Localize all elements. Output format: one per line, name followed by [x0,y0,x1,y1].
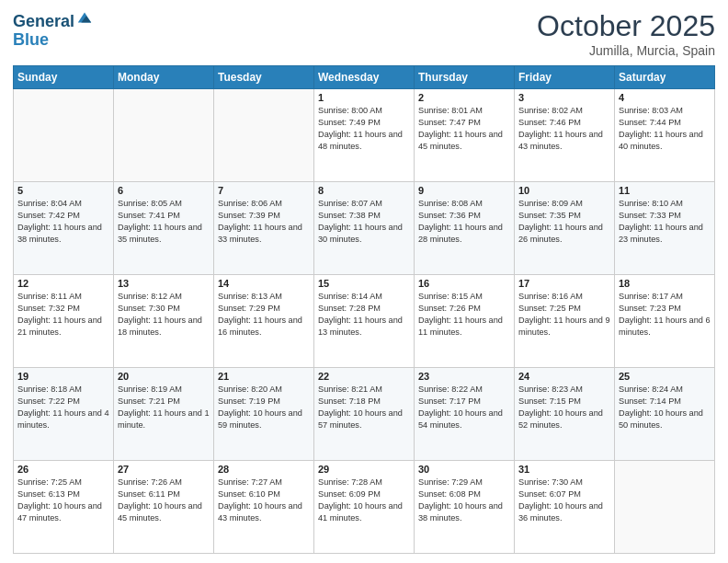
calendar-cell: 3Sunrise: 8:02 AM Sunset: 7:46 PM Daylig… [515,89,615,182]
day-number: 21 [218,371,310,382]
calendar-cell: 8Sunrise: 8:07 AM Sunset: 7:38 PM Daylig… [314,182,415,275]
calendar-cell: 2Sunrise: 8:01 AM Sunset: 7:47 PM Daylig… [415,89,515,182]
location: Jumilla, Murcia, Spain [537,43,715,58]
day-number: 29 [318,464,410,475]
week-row-0: 1Sunrise: 8:00 AM Sunset: 7:49 PM Daylig… [14,89,715,182]
cell-info: Sunrise: 8:04 AM Sunset: 7:42 PM Dayligh… [17,198,109,246]
day-number: 5 [17,185,109,196]
calendar-cell: 23Sunrise: 8:22 AM Sunset: 7:17 PM Dayli… [415,368,515,461]
cell-info: Sunrise: 8:20 AM Sunset: 7:19 PM Dayligh… [218,384,310,431]
calendar-cell: 1Sunrise: 8:00 AM Sunset: 7:49 PM Daylig… [314,89,415,182]
weekday-header-tuesday: Tuesday [214,66,314,89]
cell-info: Sunrise: 8:13 AM Sunset: 7:29 PM Dayligh… [218,291,310,339]
calendar-cell: 5Sunrise: 8:04 AM Sunset: 7:42 PM Daylig… [14,182,114,275]
calendar-cell: 24Sunrise: 8:23 AM Sunset: 7:15 PM Dayli… [515,368,615,461]
cell-info: Sunrise: 8:06 AM Sunset: 7:39 PM Dayligh… [218,198,310,246]
day-number: 19 [17,371,109,382]
week-row-4: 26Sunrise: 7:25 AM Sunset: 6:13 PM Dayli… [14,461,715,554]
calendar-cell: 17Sunrise: 8:16 AM Sunset: 7:25 PM Dayli… [515,275,615,368]
calendar-cell: 26Sunrise: 7:25 AM Sunset: 6:13 PM Dayli… [14,461,114,554]
calendar-cell [615,461,715,554]
cell-info: Sunrise: 8:03 AM Sunset: 7:44 PM Dayligh… [619,105,711,153]
calendar-cell: 9Sunrise: 8:08 AM Sunset: 7:36 PM Daylig… [415,182,515,275]
calendar-cell: 27Sunrise: 7:26 AM Sunset: 6:11 PM Dayli… [114,461,214,554]
cell-info: Sunrise: 8:00 AM Sunset: 7:49 PM Dayligh… [318,105,410,153]
cell-info: Sunrise: 8:12 AM Sunset: 7:30 PM Dayligh… [118,291,210,339]
calendar-cell: 21Sunrise: 8:20 AM Sunset: 7:19 PM Dayli… [214,368,314,461]
day-number: 10 [518,185,610,196]
cell-info: Sunrise: 8:05 AM Sunset: 7:41 PM Dayligh… [118,198,210,246]
cell-info: Sunrise: 8:22 AM Sunset: 7:17 PM Dayligh… [418,384,510,431]
day-number: 25 [619,371,711,382]
cell-info: Sunrise: 8:02 AM Sunset: 7:46 PM Dayligh… [518,105,610,153]
cell-info: Sunrise: 8:21 AM Sunset: 7:18 PM Dayligh… [318,384,410,431]
day-number: 22 [318,371,410,382]
day-number: 4 [619,92,711,103]
day-number: 3 [518,92,610,103]
calendar-cell: 12Sunrise: 8:11 AM Sunset: 7:32 PM Dayli… [14,275,114,368]
calendar-cell: 7Sunrise: 8:06 AM Sunset: 7:39 PM Daylig… [214,182,314,275]
calendar-cell: 29Sunrise: 7:28 AM Sunset: 6:09 PM Dayli… [314,461,415,554]
week-row-1: 5Sunrise: 8:04 AM Sunset: 7:42 PM Daylig… [14,182,715,275]
calendar-cell [214,89,314,182]
day-number: 28 [218,464,310,475]
calendar-cell: 30Sunrise: 7:29 AM Sunset: 6:08 PM Dayli… [415,461,515,554]
day-number: 9 [418,185,510,196]
cell-info: Sunrise: 8:24 AM Sunset: 7:14 PM Dayligh… [619,384,711,431]
day-number: 6 [118,185,210,196]
calendar-cell: 31Sunrise: 7:30 AM Sunset: 6:07 PM Dayli… [515,461,615,554]
day-number: 12 [17,278,109,289]
cell-info: Sunrise: 8:15 AM Sunset: 7:26 PM Dayligh… [418,291,510,339]
day-number: 8 [318,185,410,196]
day-number: 24 [518,371,610,382]
cell-info: Sunrise: 8:23 AM Sunset: 7:15 PM Dayligh… [518,384,610,431]
cell-info: Sunrise: 8:01 AM Sunset: 7:47 PM Dayligh… [418,105,510,153]
day-number: 11 [619,185,711,196]
weekday-header-friday: Friday [515,66,615,89]
cell-info: Sunrise: 7:25 AM Sunset: 6:13 PM Dayligh… [17,477,109,524]
calendar-cell: 6Sunrise: 8:05 AM Sunset: 7:41 PM Daylig… [114,182,214,275]
weekday-header-wednesday: Wednesday [314,66,415,89]
calendar-cell: 22Sunrise: 8:21 AM Sunset: 7:18 PM Dayli… [314,368,415,461]
month-title: October 2025 [537,9,715,43]
cell-info: Sunrise: 8:08 AM Sunset: 7:36 PM Dayligh… [418,198,510,246]
title-block: October 2025 Jumilla, Murcia, Spain [537,9,715,58]
cell-info: Sunrise: 7:26 AM Sunset: 6:11 PM Dayligh… [118,477,210,524]
weekday-header-thursday: Thursday [415,66,515,89]
day-number: 13 [118,278,210,289]
day-number: 14 [218,278,310,289]
calendar-cell: 10Sunrise: 8:09 AM Sunset: 7:35 PM Dayli… [515,182,615,275]
cell-info: Sunrise: 8:10 AM Sunset: 7:33 PM Dayligh… [619,198,711,246]
calendar-cell: 14Sunrise: 8:13 AM Sunset: 7:29 PM Dayli… [214,275,314,368]
day-number: 27 [118,464,210,475]
calendar-cell [114,89,214,182]
weekday-header-monday: Monday [114,66,214,89]
day-number: 1 [318,92,410,103]
cell-info: Sunrise: 7:30 AM Sunset: 6:07 PM Dayligh… [518,477,610,524]
week-row-2: 12Sunrise: 8:11 AM Sunset: 7:32 PM Dayli… [14,275,715,368]
cell-info: Sunrise: 8:16 AM Sunset: 7:25 PM Dayligh… [518,291,610,339]
calendar-cell: 11Sunrise: 8:10 AM Sunset: 7:33 PM Dayli… [615,182,715,275]
calendar-cell: 19Sunrise: 8:18 AM Sunset: 7:22 PM Dayli… [14,368,114,461]
cell-info: Sunrise: 8:14 AM Sunset: 7:28 PM Dayligh… [318,291,410,339]
day-number: 2 [418,92,510,103]
weekday-header-row: SundayMondayTuesdayWednesdayThursdayFrid… [14,66,715,89]
day-number: 30 [418,464,510,475]
cell-info: Sunrise: 8:17 AM Sunset: 7:23 PM Dayligh… [619,291,711,339]
page-container: General Blue October 2025 Jumilla, Murci… [0,0,728,563]
weekday-header-saturday: Saturday [615,66,715,89]
calendar-cell: 15Sunrise: 8:14 AM Sunset: 7:28 PM Dayli… [314,275,415,368]
calendar-cell: 20Sunrise: 8:19 AM Sunset: 7:21 PM Dayli… [114,368,214,461]
cell-info: Sunrise: 8:19 AM Sunset: 7:21 PM Dayligh… [118,384,210,431]
cell-info: Sunrise: 8:07 AM Sunset: 7:38 PM Dayligh… [318,198,410,246]
week-row-3: 19Sunrise: 8:18 AM Sunset: 7:22 PM Dayli… [14,368,715,461]
calendar-cell: 18Sunrise: 8:17 AM Sunset: 7:23 PM Dayli… [615,275,715,368]
logo-text: General [13,13,74,31]
day-number: 23 [418,371,510,382]
day-number: 31 [518,464,610,475]
calendar-cell: 4Sunrise: 8:03 AM Sunset: 7:44 PM Daylig… [615,89,715,182]
day-number: 17 [518,278,610,289]
cell-info: Sunrise: 7:27 AM Sunset: 6:10 PM Dayligh… [218,477,310,524]
day-number: 18 [619,278,711,289]
cell-info: Sunrise: 7:28 AM Sunset: 6:09 PM Dayligh… [318,477,410,524]
